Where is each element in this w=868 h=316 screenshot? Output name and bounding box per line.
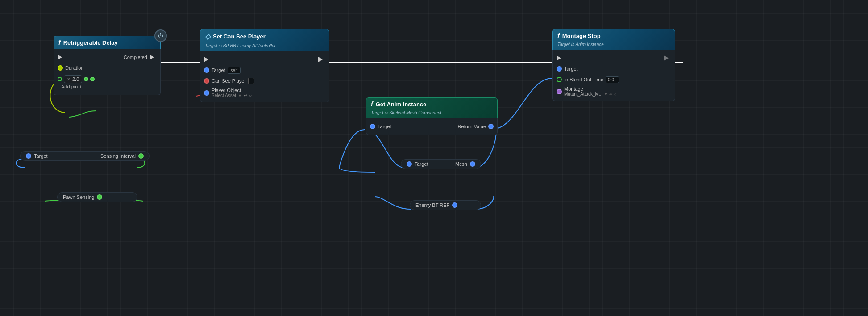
exec-out-pin[interactable] — [318, 56, 325, 63]
function-icon: f — [58, 39, 61, 46]
add-icon: + — [79, 84, 82, 89]
blend-out-pin[interactable] — [557, 77, 562, 82]
exec-row — [553, 53, 675, 63]
exec-out-pin[interactable] — [150, 54, 157, 61]
node-body: Completed Duration ✕ 2.0 — [54, 49, 161, 95]
get-anim-instance-node: f Get Anim Instance Target is Skeletal M… — [366, 97, 498, 135]
target-pin[interactable] — [557, 66, 562, 72]
mesh-pin-right[interactable] — [470, 161, 475, 167]
target-row: Target self — [200, 65, 329, 76]
search-icon: ○ — [249, 93, 252, 98]
select-asset-label: Select Asset — [212, 93, 236, 98]
retriggerable-delay-node: ⏱ f Retriggerable Delay Completed — [54, 36, 161, 95]
return-value-label: Return Value — [458, 124, 486, 129]
blend-out-value[interactable]: 0.0 — [606, 76, 619, 83]
can-see-player-pin[interactable] — [204, 78, 209, 84]
node-title: Get Anim Instance — [376, 101, 427, 108]
sensing-interval-pin-right[interactable] — [138, 153, 144, 159]
montage-row: Montage Mutant_Attack_M... ▼ ↩ ○ — [553, 85, 675, 98]
diamond-icon: ◇ — [205, 32, 210, 41]
blend-out-row: In Blend Out Time 0.0 — [553, 74, 675, 85]
svg-marker-3 — [318, 57, 323, 62]
svg-marker-4 — [557, 55, 561, 61]
enemy-bt-ref-pin[interactable] — [452, 202, 457, 208]
target-label: Target — [212, 67, 225, 73]
completed-label: Completed — [124, 55, 147, 60]
node-subtitle: Target is Skeletal Mesh Component — [371, 110, 441, 115]
sensing-interval-label: Sensing Interval — [100, 153, 136, 159]
montage-pin[interactable] — [557, 89, 562, 94]
svg-marker-5 — [664, 55, 669, 61]
target-label: Target — [378, 124, 391, 129]
exec-row: Completed — [54, 52, 160, 63]
select-asset[interactable]: Select Asset ▼ ↩ ○ — [212, 93, 252, 98]
clock-icon: ⏱ — [154, 29, 167, 42]
player-object-row: Player Object Select Asset ▼ ↩ ○ — [200, 86, 329, 99]
node-body: Target self Can See Player Player Object… — [200, 51, 329, 102]
pin-out-2[interactable] — [90, 77, 95, 81]
function-icon: f — [557, 32, 560, 39]
add-pin-label: Add pin — [61, 84, 78, 89]
function-icon: f — [371, 101, 373, 108]
exec-in-pin[interactable] — [204, 56, 211, 63]
can-see-player-label: Can See Player — [212, 78, 246, 84]
reset-icon: ↩ — [244, 93, 247, 98]
target-label: Target — [34, 153, 48, 159]
duration-label: Duration — [65, 65, 84, 71]
dropdown-icon: ▼ — [238, 93, 242, 98]
pawn-sensing-node: Pawn Sensing — [57, 192, 137, 202]
node-header: f Retriggerable Delay — [54, 36, 161, 49]
svg-marker-1 — [150, 55, 154, 60]
enemy-bt-ref-label: Enemy BT REF — [415, 202, 449, 208]
node-header: f Montage Stop Target is Anim Instance — [552, 29, 675, 50]
duration-pin[interactable] — [58, 65, 63, 71]
node-title: Montage Stop — [562, 33, 601, 39]
svg-marker-0 — [58, 55, 62, 60]
target-mesh-node: Target Mesh — [401, 159, 481, 169]
exec-row — [200, 54, 329, 65]
node-title: Retriggerable Delay — [63, 39, 118, 46]
montage-label: Montage — [564, 86, 617, 92]
enemy-bt-ref-node: Enemy BT REF — [410, 200, 481, 210]
value-input[interactable]: 2.0 — [72, 76, 79, 82]
montage-value: Mutant_Attack_M... — [564, 92, 602, 97]
target-row: Target — [553, 63, 675, 74]
target-pin-left[interactable] — [407, 161, 412, 167]
pin-out-1[interactable] — [84, 77, 88, 81]
duration-row: Duration — [54, 63, 160, 73]
node-body: Target In Blend Out Time 0.0 Montage Mut… — [552, 50, 675, 101]
target-label: Target — [415, 161, 428, 167]
pin-in-1[interactable] — [58, 77, 62, 81]
montage-stop-node: f Montage Stop Target is Anim Instance T… — [552, 29, 675, 101]
svg-marker-2 — [204, 57, 208, 62]
node-subtitle: Target is BP BB Enemy AIController — [205, 43, 276, 48]
add-pin-button[interactable]: Add pin + — [58, 83, 157, 90]
node-title: Set Can See Player — [213, 33, 266, 40]
self-tag: self — [228, 67, 241, 74]
node-header: f Get Anim Instance Target is Skeletal M… — [366, 97, 498, 118]
can-see-player-row: Can See Player — [200, 76, 329, 86]
exec-out-pin[interactable] — [664, 55, 671, 62]
target-pin[interactable] — [204, 67, 209, 73]
player-object-pin[interactable] — [204, 90, 209, 96]
player-object-label: Player Object — [212, 88, 252, 93]
pawn-sensing-pin[interactable] — [97, 194, 102, 200]
montage-browse-icon: ○ — [614, 92, 616, 97]
return-value-pin[interactable] — [488, 124, 494, 129]
exec-in-pin[interactable] — [557, 55, 564, 62]
blend-out-label: In Blend Out Time — [564, 77, 603, 82]
can-see-player-checkbox[interactable] — [248, 78, 254, 84]
target-pin-left[interactable] — [26, 153, 31, 159]
node-header: ◇ Set Can See Player Target is BP BB Ene… — [200, 29, 329, 51]
pins-row: Target Return Value — [366, 121, 497, 132]
target-label: Target — [564, 66, 578, 72]
montage-dropdown-icon: ▼ — [604, 92, 608, 97]
x-button[interactable]: ✕ — [67, 77, 71, 82]
mesh-label: Mesh — [455, 161, 467, 167]
sensing-interval-node: Target Sensing Interval — [20, 151, 150, 161]
set-can-see-player-node: ◇ Set Can See Player Target is BP BB Ene… — [200, 29, 329, 102]
pawn-sensing-label: Pawn Sensing — [63, 194, 94, 200]
node-body: Target Return Value — [366, 118, 498, 135]
target-pin-in[interactable] — [370, 124, 375, 129]
exec-in-pin[interactable] — [58, 54, 65, 61]
